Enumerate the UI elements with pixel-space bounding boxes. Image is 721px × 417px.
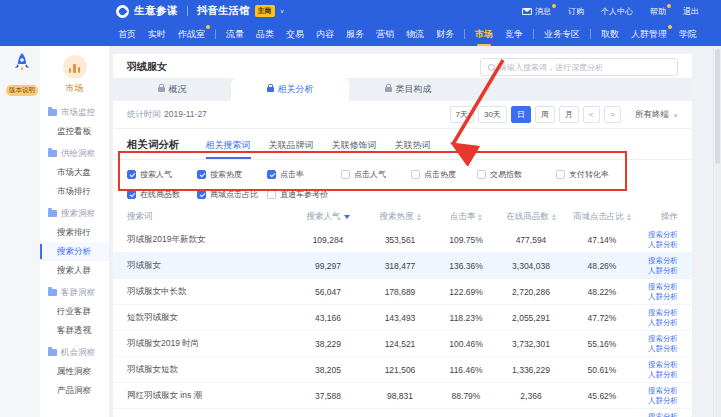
sidebar-module-market[interactable]: 市场 (40, 46, 109, 95)
sidebar-item[interactable]: 客群透视 (40, 321, 109, 340)
sidebar-item[interactable]: 行业客群 (40, 302, 109, 321)
sidebar-item[interactable]: 搜索排行 (40, 223, 109, 242)
nav-item[interactable]: 作战室 (172, 22, 211, 46)
scrollbar-track[interactable] (713, 46, 721, 417)
nav-item[interactable] (464, 29, 465, 39)
sidebar-item[interactable]: 搜索人群 (40, 261, 109, 280)
nav-item[interactable]: 交易 (280, 22, 310, 46)
word-tab[interactable]: 关联品牌词 (269, 139, 314, 159)
sidebar-item[interactable]: 市场监控 (40, 103, 109, 122)
sidebar-item[interactable]: 属性洞察 (40, 362, 109, 381)
word-tab[interactable]: 相关搜索词 (206, 139, 251, 159)
nav-item[interactable] (590, 29, 591, 39)
search-analysis-link[interactable]: 搜索分析 (648, 386, 678, 396)
col-header-online-items[interactable]: 在线商品数 (496, 211, 566, 223)
metric-checkbox[interactable]: 点击热度 (411, 169, 477, 180)
table-row[interactable]: 羽绒服女 99,297 318,477 136.36% 3,304,038 48… (113, 253, 692, 279)
version-badge[interactable]: 版本说明 (6, 85, 38, 96)
table-row[interactable]: 网红羽绒服女 ins 潮 37,588 98,831 88.79% 2,366 … (113, 383, 692, 409)
search-input[interactable] (499, 63, 677, 72)
date-range-button[interactable]: 7天 (450, 106, 474, 123)
search-analysis-link[interactable]: 搜索分析 (648, 360, 678, 370)
metric-checkbox[interactable]: 点击人气 (341, 169, 411, 180)
col-header-ctr[interactable]: 点击率 (436, 211, 496, 223)
metric-checkbox[interactable]: 在线商品数 (127, 189, 197, 200)
nav-item[interactable]: 服务 (340, 22, 370, 46)
quick-link[interactable]: 退出 (683, 6, 699, 17)
search-analysis-link[interactable]: 搜索分析 (648, 256, 678, 266)
nav-item[interactable] (533, 29, 534, 39)
keyword-search-box[interactable] (480, 58, 678, 76)
table-row[interactable]: 短款羽绒服女 43,166 143,493 118.23% 2,055,291 … (113, 305, 692, 331)
search-analysis-link[interactable]: 搜索分析 (648, 334, 678, 344)
next-period-button[interactable]: > (604, 106, 621, 123)
date-range-button[interactable]: 日 (511, 106, 531, 123)
brand-area[interactable]: 生意参谋 抖音生活馆 主商 ∨ (116, 4, 285, 18)
nav-item[interactable]: 物流 (400, 22, 430, 46)
crowd-analysis-link[interactable]: 人群分析 (648, 240, 678, 250)
crowd-analysis-link[interactable]: 人群分析 (648, 344, 678, 354)
table-row[interactable]: 羽绒服女2019 时尚 38,229 124,521 100.46% 3,732… (113, 331, 692, 357)
crowd-analysis-link[interactable]: 人群分析 (648, 292, 678, 302)
quick-link[interactable]: 订购 (568, 6, 584, 17)
nav-item[interactable]: 营销 (370, 22, 400, 46)
nav-item[interactable]: 市场 (469, 22, 499, 46)
nav-item[interactable]: 内容 (310, 22, 340, 46)
table-row[interactable]: 羽绒服2019年新款女 109,284 353,561 109.75% 477,… (113, 227, 692, 253)
metric-checkbox[interactable]: 支付转化率 (556, 169, 678, 180)
sidebar-item[interactable]: 搜索洞察 (40, 204, 109, 223)
nav-item[interactable]: 财务 (430, 22, 460, 46)
quick-link[interactable]: 个人中心 (601, 6, 633, 17)
scrollbar-thumb[interactable] (715, 49, 720, 164)
nav-item[interactable]: 品类 (250, 22, 280, 46)
nav-item[interactable]: 业务专区 (538, 22, 586, 46)
nav-item[interactable]: 流量 (220, 22, 250, 46)
sidebar-item[interactable]: 监控看板 (40, 122, 109, 141)
metric-checkbox[interactable]: 直通车参考价 (267, 189, 341, 200)
terminal-filter-dropdown[interactable]: 所有终端 ∨ (635, 109, 678, 121)
crowd-analysis-link[interactable]: 人群分析 (648, 266, 678, 276)
metric-checkbox[interactable]: 搜索人气 (127, 169, 197, 180)
col-header-search-popularity[interactable]: 搜索人气 (292, 211, 364, 223)
crowd-analysis-link[interactable]: 人群分析 (648, 396, 678, 406)
metric-checkbox[interactable]: 商城点击占比 (197, 189, 267, 200)
sidebar-item[interactable]: 市场大盘 (40, 163, 109, 182)
sidebar-item[interactable]: 客群洞察 (40, 283, 109, 302)
chevron-down-icon[interactable]: ∨ (280, 8, 285, 14)
metric-checkbox[interactable]: 搜索热度 (197, 169, 267, 180)
sidebar-item[interactable]: 搜索分析 (40, 242, 109, 261)
nav-item[interactable]: 取数 (595, 22, 625, 46)
nav-item[interactable]: 首页 (112, 22, 142, 46)
col-header-search-heat[interactable]: 搜索热度 (364, 211, 436, 223)
search-analysis-link[interactable]: 搜索分析 (648, 412, 678, 417)
sidebar-item[interactable]: 机会洞察 (40, 343, 109, 362)
date-range-button[interactable]: 30天 (478, 106, 507, 123)
metric-checkbox[interactable]: 点击率 (267, 169, 341, 180)
sidebar-item[interactable]: 产品洞察 (40, 381, 109, 400)
search-analysis-link[interactable]: 搜索分析 (648, 308, 678, 318)
date-range-button[interactable]: 月 (559, 106, 579, 123)
word-tab[interactable]: 关联修饰词 (332, 139, 377, 159)
metric-checkbox[interactable]: 交易指数 (477, 169, 556, 180)
word-tab[interactable]: 关联热词 (395, 139, 431, 159)
sidebar-item[interactable]: 供给洞察 (40, 144, 109, 163)
search-analysis-link[interactable]: 搜索分析 (648, 282, 678, 292)
prev-period-button[interactable]: < (583, 106, 600, 123)
quick-link[interactable]: 消息 (522, 6, 551, 17)
crowd-analysis-link[interactable]: 人群分析 (648, 370, 678, 380)
table-row[interactable]: 羽绒服女中长款 56,047 178,689 122.69% 2,720,286… (113, 279, 692, 305)
rocket-icon[interactable] (12, 52, 32, 74)
nav-item[interactable]: 学院 (673, 22, 703, 46)
analysis-tab[interactable]: 类目构成 (349, 78, 467, 101)
search-analysis-link[interactable]: 搜索分析 (648, 230, 678, 240)
col-header-mall-click-share[interactable]: 商城点击占比 (566, 211, 638, 223)
sidebar-item[interactable]: 市场排行 (40, 182, 109, 201)
crowd-analysis-link[interactable]: 人群分析 (648, 318, 678, 328)
analysis-tab[interactable]: 相关分析 (231, 78, 349, 101)
nav-item[interactable]: 实时 (142, 22, 172, 46)
table-row[interactable]: 羽绒服夹棉女 34,572 68,585 87.53% 1,011 46.19%… (113, 409, 692, 417)
nav-item[interactable]: 人群管理 (625, 22, 673, 46)
date-range-button[interactable]: 周 (535, 106, 555, 123)
quick-link[interactable]: 帮助 (650, 6, 666, 17)
table-row[interactable]: 羽绒服女短款 38,205 121,506 116.46% 1,336,229 … (113, 357, 692, 383)
